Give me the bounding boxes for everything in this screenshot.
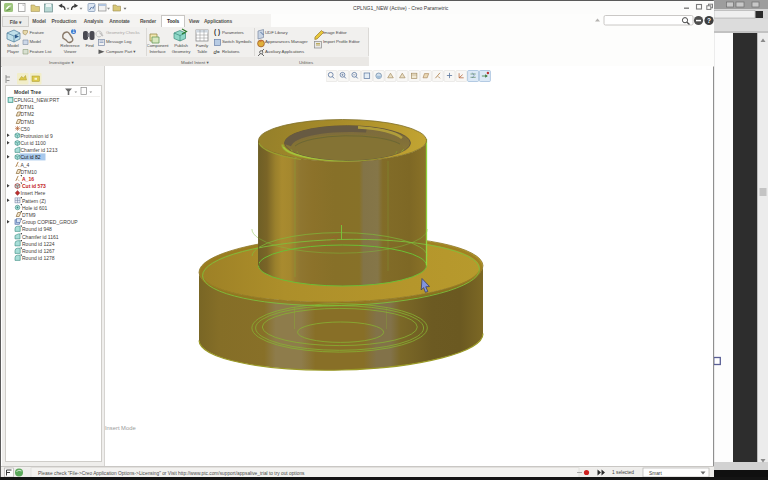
svg-text:Chamfer id 1161: Chamfer id 1161 [22,234,59,240]
svg-text:DTM3: DTM3 [21,119,35,125]
svg-text:DTM2: DTM2 [21,111,35,117]
svg-text:1 selected: 1 selected [612,470,634,475]
svg-text:DTM1: DTM1 [21,104,35,110]
svg-text:Hole id 601: Hole id 601 [22,205,48,211]
svg-text:C50: C50 [21,126,30,132]
svg-text:?: ? [707,17,711,24]
svg-text:Cut id 573: Cut id 573 [22,183,46,189]
svg-text:Cut id 82: Cut id 82 [21,154,41,160]
svg-text:DTM10: DTM10 [21,169,38,175]
svg-text:CPLNG1_NEW.PRT: CPLNG1_NEW.PRT [14,97,59,103]
svg-text:Model Tree: Model Tree [14,89,41,95]
svg-text:( ): ( ) [214,28,220,36]
svg-text:CPLNG1_NEW (Active) - Creo Par: CPLNG1_NEW (Active) - Creo Parametric [353,5,449,11]
svg-text:Round id 948: Round id 948 [22,226,52,232]
svg-text:Chamfer id 1213: Chamfer id 1213 [21,147,58,153]
svg-text:DTM9: DTM9 [22,212,36,218]
svg-text:A_4: A_4 [21,162,30,168]
svg-text:Protrusion id 9: Protrusion id 9 [21,133,53,139]
svg-text:Round id 1278: Round id 1278 [22,255,55,261]
svg-text:Please check "File->Creo Appli: Please check "File->Creo Application Opt… [38,471,305,476]
svg-text:Round id 1224: Round id 1224 [22,241,55,247]
svg-text:Insert Here: Insert Here [21,190,46,196]
svg-text:A_16: A_16 [22,176,34,182]
svg-text:d=: d= [214,49,221,55]
svg-text:Cut id 1100: Cut id 1100 [21,140,46,146]
svg-text:Pattern (Z): Pattern (Z) [22,198,46,204]
svg-text:Group COPIED_GROUP: Group COPIED_GROUP [22,219,78,225]
svg-text:Round id 1267: Round id 1267 [22,248,55,254]
svg-text:Smart: Smart [649,471,662,476]
